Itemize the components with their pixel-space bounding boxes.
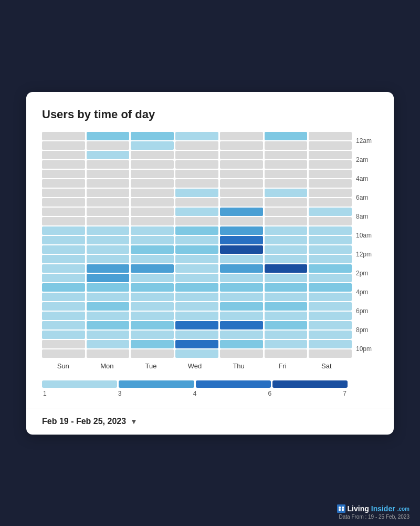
legend-section: 1 3 4 6 7 [42, 380, 378, 397]
heatmap-cell-2-5 [265, 151, 308, 159]
heatmap-cell-8-0 [42, 208, 85, 216]
heatmap-cell-9-6 [309, 217, 352, 225]
heatmap-cell-18-0 [42, 302, 85, 311]
heatmap-cell-13-4 [220, 255, 263, 263]
heatmap-cell-1-5 [265, 141, 308, 150]
legend-bar-3 [272, 380, 348, 388]
heatmap-cell-18-3 [175, 302, 218, 311]
heatmap-cell-8-5 [265, 208, 308, 216]
chart-title: Users by time of day [42, 108, 378, 121]
heatmap-row-18 [42, 302, 352, 311]
day-label-3: Wed [174, 362, 216, 370]
heatmap-cell-7-1 [87, 198, 130, 207]
heatmap-cell-17-2 [131, 293, 174, 301]
heatmap-cell-18-4 [220, 302, 263, 311]
heatmap-cell-15-0 [42, 274, 85, 282]
heatmap-cell-7-6 [309, 198, 352, 207]
svg-rect-0 [337, 504, 345, 513]
heatmap-cell-9-1 [87, 217, 130, 225]
svg-rect-1 [339, 507, 341, 509]
time-label-4: 8am [356, 208, 378, 225]
heatmap-cell-17-6 [309, 293, 352, 301]
heatmap-cell-20-3 [175, 321, 218, 329]
heatmap-cell-4-2 [131, 170, 174, 178]
heatmap-cell-22-0 [42, 340, 85, 348]
card-footer[interactable]: Feb 19 - Feb 25, 2023 ▼ [26, 408, 394, 435]
heatmap-cell-12-1 [87, 245, 130, 254]
heatmap-cell-3-4 [220, 160, 263, 169]
legend-val-3: 3 [118, 390, 122, 397]
heatmap-cell-14-4 [220, 264, 263, 273]
heatmap-row-4 [42, 170, 352, 178]
legend-bar-1 [119, 380, 194, 388]
heatmap-cell-8-1 [87, 208, 130, 216]
heatmap-cell-15-2 [131, 274, 174, 282]
brand-com: .com [397, 506, 410, 512]
heatmap-cell-17-3 [175, 293, 218, 301]
heatmap-row-1 [42, 141, 352, 150]
heatmap-cell-5-5 [265, 179, 308, 188]
heatmap-cell-4-4 [220, 170, 263, 178]
heatmap-cell-0-5 [265, 132, 308, 140]
heatmap-row-7 [42, 198, 352, 207]
time-label-2: 4am [356, 170, 378, 188]
heatmap-cell-11-2 [131, 236, 174, 244]
heatmap-cell-23-2 [131, 349, 174, 358]
heatmap-cell-21-3 [175, 331, 218, 339]
heatmap-cell-2-2 [131, 151, 174, 159]
heatmap-cell-16-2 [131, 283, 174, 292]
heatmap-cell-11-0 [42, 236, 85, 244]
heatmap-cell-8-2 [131, 208, 174, 216]
heatmap-cell-1-2 [131, 141, 174, 150]
heatmap-cell-15-3 [175, 274, 218, 282]
heatmap-row-8 [42, 208, 352, 216]
heatmap-cell-10-2 [131, 226, 174, 235]
day-label-0: Sun [42, 362, 85, 370]
legend-val-7: 7 [343, 390, 346, 397]
heatmap-row-2 [42, 151, 352, 159]
legend-val-4: 4 [193, 390, 197, 397]
heatmap-cell-14-5 [265, 264, 308, 273]
heatmap-cell-11-4 [220, 236, 263, 244]
heatmap-cell-17-1 [87, 293, 130, 301]
heatmap-cell-0-0 [42, 132, 85, 140]
heatmap-cell-3-3 [175, 160, 218, 169]
heatmap-cell-21-5 [265, 331, 308, 339]
heatmap-cell-7-5 [265, 198, 308, 207]
heatmap-cell-22-3 [175, 340, 218, 348]
heatmap-cell-7-0 [42, 198, 85, 207]
svg-rect-3 [339, 509, 341, 511]
heatmap-cell-12-4 [220, 245, 263, 254]
legend-val-1: 1 [43, 390, 47, 397]
heatmap-cell-14-2 [131, 264, 174, 273]
heatmap-cell-2-6 [309, 151, 352, 159]
main-card: Users by time of day 12am2am4am6am8am10a… [26, 92, 394, 435]
heatmap-cell-14-1 [87, 264, 130, 273]
heatmap-cell-16-4 [220, 283, 263, 292]
heatmap-cell-20-2 [131, 321, 174, 329]
heatmap-cell-13-6 [309, 255, 352, 263]
heatmap-cell-14-0 [42, 264, 85, 273]
heatmap-cell-22-1 [87, 340, 130, 348]
brand-living: Living [348, 504, 369, 513]
heatmap-row-23 [42, 349, 352, 358]
time-labels: 12am2am4am6am8am10am12pm2pm4pm6pm8pm10pm [352, 132, 378, 358]
heatmap-cell-23-0 [42, 349, 85, 358]
date-range-label: Feb 19 - Feb 25, 2023 [42, 417, 126, 426]
heatmap-cell-8-4 [220, 208, 263, 216]
heatmap-cell-9-4 [220, 217, 263, 225]
heatmap-cell-1-4 [220, 141, 263, 150]
heatmap-cell-4-5 [265, 170, 308, 178]
time-label-3: 6am [356, 189, 378, 207]
heatmap-cell-7-4 [220, 198, 263, 207]
heatmap-cell-15-1 [87, 274, 130, 282]
brand-logo: LivingInsider.com [337, 504, 410, 513]
heatmap-row-0 [42, 132, 352, 140]
heatmap-cell-12-2 [131, 245, 174, 254]
heatmap-cell-21-1 [87, 331, 130, 339]
heatmap-cell-11-5 [265, 236, 308, 244]
heatmap-cell-10-5 [265, 226, 308, 235]
dropdown-icon[interactable]: ▼ [130, 417, 138, 426]
time-label-7: 2pm [356, 264, 378, 282]
heatmap-cell-9-2 [131, 217, 174, 225]
